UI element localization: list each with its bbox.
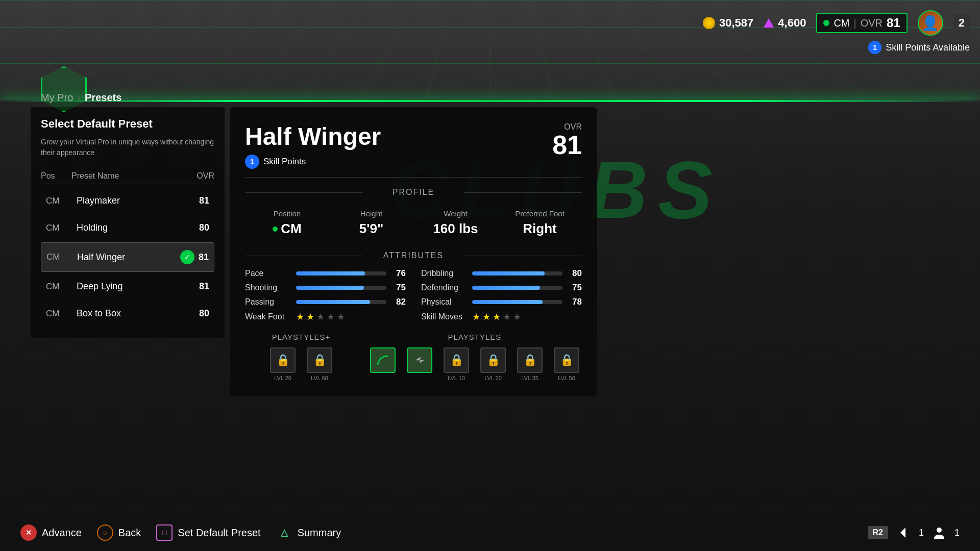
playstyles-section: PlayStyles+ 🔒 LVL 20 🔒 LVL 60 PlayStyl bbox=[245, 333, 582, 381]
person-icon bbox=[932, 525, 946, 540]
back-button[interactable]: ○ Back bbox=[97, 524, 141, 541]
profile-foot: Preferred Foot Right bbox=[498, 205, 582, 241]
breadcrumb-current: Presets bbox=[85, 92, 121, 104]
preset-row-half-winger[interactable]: CM Half Winger ✓ 81 bbox=[41, 242, 214, 272]
profile-height: Height 5'9" bbox=[329, 205, 413, 241]
weight-value: 160 lbs bbox=[433, 221, 478, 236]
attr-shooting: Shooting 75 bbox=[245, 283, 406, 293]
preset-row-holding[interactable]: CM Holding 80 bbox=[41, 215, 214, 240]
o-button-icon: ○ bbox=[97, 524, 113, 541]
attr-dribbling: Dribbling 80 bbox=[421, 268, 582, 279]
summary-label: Summary bbox=[298, 527, 341, 539]
attr-skill-moves: Skill Moves ★ ★ ★ ★ ★ bbox=[421, 311, 582, 322]
col-pos-header: Pos bbox=[41, 171, 71, 181]
player-level: 2 bbox=[953, 14, 970, 32]
ps-plus-icon-2: 🔒 LVL 60 bbox=[304, 347, 335, 381]
curve-icon bbox=[376, 353, 390, 367]
skill-points-badge-card: 1 Skill Points bbox=[245, 155, 381, 169]
foot-value: Right bbox=[523, 221, 556, 236]
ps-icon-locked-2: 🔒 LVL 20 bbox=[478, 347, 508, 381]
passing-bar bbox=[296, 300, 370, 304]
square-button-icon: □ bbox=[156, 524, 173, 541]
attributes-grid: Pace 76 Dribbling 80 Shooting 75 Defendi… bbox=[245, 268, 582, 322]
ps-icon-locked-4: 🔒 LVL 50 bbox=[551, 347, 582, 381]
height-value: 5'9" bbox=[359, 221, 383, 236]
ps-icon-curve bbox=[368, 347, 398, 381]
hud-ovr: 81 bbox=[887, 16, 900, 30]
playstyles-plus-icons: 🔒 LVL 20 🔒 LVL 60 bbox=[245, 347, 357, 381]
bottom-nav: ✕ Advance ○ Back □ Set Default Preset △ … bbox=[0, 524, 980, 541]
advance-button[interactable]: ✕ Advance bbox=[20, 524, 82, 541]
top-hud: 30,587 4,600 CM | OVR 81 2 bbox=[703, 10, 970, 36]
green-dot bbox=[823, 20, 829, 26]
back-label: Back bbox=[118, 527, 141, 539]
set-default-label: Set Default Preset bbox=[178, 527, 260, 539]
breadcrumb-chevron: › bbox=[77, 92, 81, 104]
arrow-left-icon bbox=[896, 525, 911, 540]
attr-physical: Physical 78 bbox=[421, 297, 582, 307]
playstyles-block: PlayStyles bbox=[368, 333, 582, 381]
attr-passing: Passing 82 bbox=[245, 297, 406, 307]
card-title-block: Half Winger 1 Skill Points bbox=[245, 122, 381, 169]
card-title: Half Winger bbox=[245, 122, 381, 151]
hud-position: CM bbox=[834, 17, 849, 29]
card-header: Half Winger 1 Skill Points OVR 81 bbox=[245, 122, 582, 178]
coin-icon bbox=[703, 17, 715, 29]
nav-actions: ✕ Advance ○ Back □ Set Default Preset △ … bbox=[20, 524, 341, 541]
dribbling-bar bbox=[472, 271, 545, 276]
svg-point-1 bbox=[937, 528, 942, 533]
profile-weight: Weight 160 lbs bbox=[413, 205, 498, 241]
tokens-value: 4,600 bbox=[778, 16, 806, 30]
triangle-button-icon: △ bbox=[276, 524, 292, 541]
position-dot bbox=[273, 227, 278, 232]
defending-bar bbox=[472, 286, 540, 290]
card-ovr-value: 81 bbox=[552, 132, 582, 158]
r2-badge: R2 bbox=[868, 526, 888, 539]
skill-points-label: Skill Points Available bbox=[886, 42, 970, 53]
profile-position: Position CM bbox=[245, 205, 329, 241]
x-button-icon: ✕ bbox=[20, 524, 37, 541]
green-light-strip bbox=[0, 100, 980, 102]
col-name-header: Preset Name bbox=[71, 171, 189, 181]
profile-grid: Position CM Height 5'9" Weight 160 lbs P… bbox=[245, 205, 582, 241]
lock-icon: 🔒 bbox=[276, 354, 290, 367]
preset-row-playmaker[interactable]: CM Playmaker 81 bbox=[41, 188, 214, 213]
ovr-hud: CM | OVR 81 bbox=[816, 13, 907, 33]
col-ovr-header: OVR bbox=[189, 171, 214, 181]
summary-button[interactable]: △ Summary bbox=[276, 524, 341, 541]
attr-defending: Defending 75 bbox=[421, 283, 582, 293]
breadcrumb-parent[interactable]: My Pro bbox=[41, 92, 73, 104]
skill-moves-stars: ★ ★ ★ ★ ★ bbox=[472, 311, 521, 322]
playstyles-plus-title: PlayStyles+ bbox=[245, 333, 357, 341]
main-card: Half Winger 1 Skill Points OVR 81 Profil… bbox=[230, 107, 597, 396]
svg-marker-0 bbox=[900, 528, 905, 538]
playstyles-icons: 🔒 LVL 10 🔒 LVL 20 🔒 LVL 35 bbox=[368, 347, 582, 381]
sprint-icon bbox=[412, 353, 427, 367]
coins-value: 30,587 bbox=[719, 16, 753, 30]
table-header: Pos Preset Name OVR bbox=[41, 168, 214, 184]
attributes-section-title: Attributes bbox=[245, 251, 582, 260]
playstyles-title: PlayStyles bbox=[368, 333, 582, 341]
ps-icon-sprint bbox=[404, 347, 435, 381]
shooting-bar bbox=[296, 286, 364, 290]
panel-description: Grow your Virtual Pro in unique ways wit… bbox=[41, 137, 214, 158]
player-avatar bbox=[918, 10, 943, 36]
token-icon bbox=[764, 18, 774, 28]
preset-row-deep-lying[interactable]: CM Deep Lying 81 bbox=[41, 274, 214, 299]
panel-title: Select Default Preset bbox=[41, 117, 214, 131]
active-check-icon: ✓ bbox=[180, 250, 194, 264]
preset-panel: Select Default Preset Grow your Virtual … bbox=[31, 107, 225, 338]
advance-label: Advance bbox=[42, 527, 82, 539]
nav-count-1: 1 bbox=[919, 528, 924, 538]
ps-icon-locked-1: 🔒 LVL 10 bbox=[441, 347, 472, 381]
ps-icon-locked-3: 🔒 LVL 35 bbox=[514, 347, 545, 381]
preset-row-box-to-box[interactable]: CM Box to Box 80 bbox=[41, 301, 214, 326]
tokens-display: 4,600 bbox=[764, 16, 806, 30]
skill-points-badge: 1 bbox=[868, 41, 881, 54]
attr-weak-foot: Weak Foot ★ ★ ★ ★ ★ bbox=[245, 311, 406, 322]
logo-shape bbox=[41, 66, 87, 112]
pace-bar bbox=[296, 271, 365, 276]
nav-right: R2 1 1 bbox=[868, 525, 960, 540]
skill-points-notification: 1 Skill Points Available bbox=[868, 41, 970, 54]
set-default-button[interactable]: □ Set Default Preset bbox=[156, 524, 260, 541]
